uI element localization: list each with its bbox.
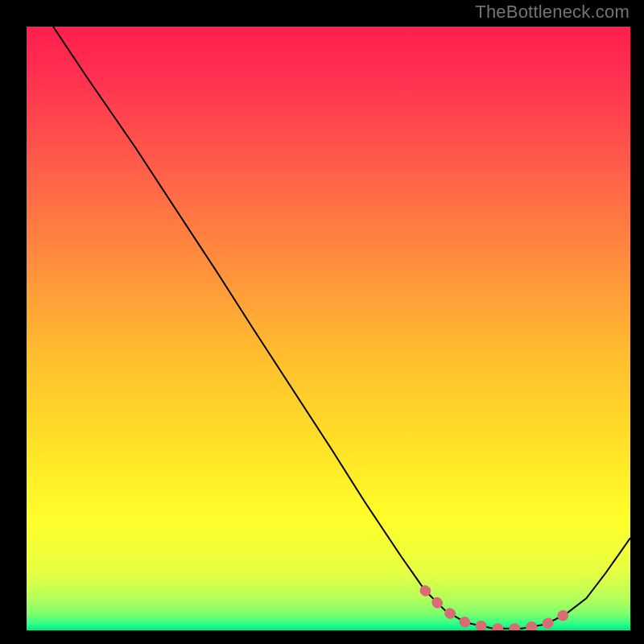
- gradient-background: [27, 27, 630, 630]
- chart-frame: TheBottleneck.com: [0, 0, 644, 644]
- watermark-text: TheBottleneck.com: [475, 2, 630, 23]
- bottleneck-chart: [27, 27, 630, 630]
